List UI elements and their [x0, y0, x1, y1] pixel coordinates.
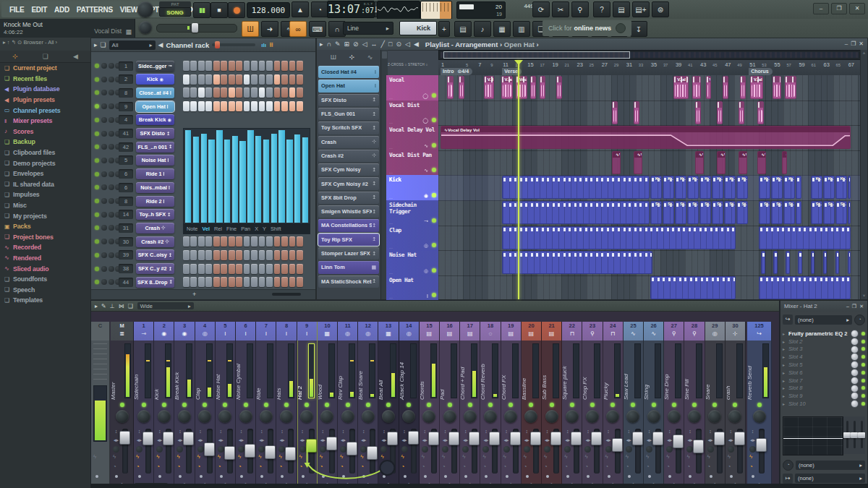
- menu-patterns[interactable]: PATTERNS: [77, 6, 113, 14]
- track-led[interactable]: [432, 93, 436, 98]
- step-cell[interactable]: [229, 277, 235, 287]
- slot-mix-knob[interactable]: [851, 346, 859, 354]
- mixer-strip-reverb-send[interactable]: 125↪Reverb Send↕◂▸ϟ◔ˆ▲: [747, 322, 772, 488]
- step-cell[interactable]: [251, 61, 258, 71]
- browser-item-envelopes[interactable]: ❏Envelopes: [0, 168, 90, 179]
- clip-V..al[interactable]: V..al: [501, 76, 513, 99]
- step-cell[interactable]: [289, 250, 296, 260]
- sep-icon[interactable]: ◂▸: [605, 436, 613, 445]
- step-cell[interactable]: [244, 250, 250, 260]
- browser-tab-plus-icon[interactable]: ⊹: [12, 53, 18, 60]
- strip-led[interactable]: [325, 403, 329, 407]
- clip-segment[interactable]: [811, 251, 815, 274]
- mini-knob[interactable]: [666, 446, 673, 453]
- time-dropdown[interactable]: (none)▸: [796, 461, 865, 470]
- pan-icon[interactable]: ↕: [686, 427, 694, 436]
- step-cell[interactable]: [183, 101, 190, 111]
- shuffle-knob[interactable]: [139, 21, 152, 34]
- strip-knob[interactable]: [300, 410, 313, 423]
- clip-segment[interactable]: [723, 76, 728, 99]
- strip-knob[interactable]: [178, 410, 191, 423]
- fader-handle[interactable]: [244, 444, 255, 458]
- strip-led[interactable]: [407, 403, 411, 407]
- strip-knob[interactable]: [586, 410, 599, 423]
- channel-button[interactable]: Toy..h SFX↥: [136, 209, 174, 220]
- step-cell[interactable]: [274, 264, 281, 274]
- fader-handle[interactable]: [510, 432, 521, 445]
- fader-handle[interactable]: [734, 432, 745, 445]
- restore-button[interactable]: ❐: [831, 3, 847, 14]
- strip-knob[interactable]: [647, 410, 660, 423]
- cut-tool-icon[interactable]: ✂: [552, 1, 569, 17]
- picker-item-fls-gun-001[interactable]: FLS_Gun 001↥: [318, 108, 379, 120]
- save-icon[interactable]: ▤: [613, 1, 630, 17]
- restore-button[interactable]: ❐: [851, 40, 856, 47]
- strip-knob[interactable]: [443, 410, 456, 423]
- strip-led[interactable]: [305, 403, 309, 407]
- step-cell[interactable]: [183, 264, 190, 274]
- pan-icon[interactable]: ↕: [359, 427, 367, 436]
- pan-knob[interactable]: [109, 158, 114, 163]
- fx-plug-icon[interactable]: ϟ: [707, 453, 710, 460]
- strip-led[interactable]: [712, 403, 717, 407]
- step-cell[interactable]: [190, 264, 197, 274]
- strip-knob[interactable]: [402, 410, 415, 423]
- pattern-selector[interactable]: Kick: [399, 21, 437, 35]
- browser-item-impulses[interactable]: ❏Impulses: [0, 189, 90, 200]
- detached-icon[interactable]: ⊥: [110, 303, 115, 309]
- track-header-vocal-dist-pan[interactable]: Vocal Dist Pan...∿: [386, 150, 438, 176]
- clip-segment[interactable]: [796, 201, 801, 224]
- clip-K..[interactable]: K..: [699, 176, 711, 199]
- strip-led[interactable]: [264, 403, 268, 407]
- pan-knob[interactable]: [109, 171, 114, 177]
- mute-knob[interactable]: [101, 212, 107, 218]
- mini-knob[interactable]: [113, 446, 119, 453]
- fader-handle[interactable]: [448, 432, 459, 445]
- magnet-snap-icon[interactable]: ∩: [327, 40, 331, 48]
- step-cell[interactable]: [221, 250, 227, 260]
- fx-plug-icon[interactable]: ϟ: [422, 453, 425, 460]
- step-cell[interactable]: [236, 277, 242, 287]
- browser-item-my-projects[interactable]: ❏My projects: [0, 210, 90, 221]
- channel-button[interactable]: Ride 2I: [136, 196, 174, 207]
- strip-header[interactable]: 19▤: [501, 322, 521, 341]
- fx-plug-icon[interactable]: ϟ: [238, 453, 241, 460]
- mute-knob[interactable]: [101, 103, 107, 109]
- strip-meter[interactable]: [736, 343, 743, 398]
- mixer-strip-snare[interactable]: 29◎Snare↕◂▸ϟ◔ˆ▲: [705, 322, 726, 488]
- channel-led[interactable]: [95, 145, 99, 149]
- browser-item-soundfonts[interactable]: ❏Soundfonts: [0, 274, 90, 285]
- step-cell[interactable]: [289, 87, 296, 98]
- slot-mix-knob[interactable]: [851, 377, 859, 385]
- strip-meter[interactable]: [696, 343, 702, 398]
- effect-slot-5[interactable]: ▸Slot 5: [783, 361, 865, 369]
- slot-mix-knob[interactable]: [851, 361, 859, 369]
- fx-plug-icon[interactable]: ϟ: [544, 453, 547, 460]
- mini-knob[interactable]: [340, 446, 346, 453]
- slot-enable-led[interactable]: [861, 347, 865, 351]
- browser-item-mixer-presets[interactable]: ‖Mixer presets: [0, 116, 90, 127]
- clock-icon[interactable]: ◔: [278, 463, 282, 470]
- effect-slot-1[interactable]: ▸Fruity parametric EQ 2: [783, 330, 865, 338]
- step-cell[interactable]: [259, 87, 265, 98]
- step-cell[interactable]: [213, 264, 220, 274]
- clip-Si..[interactable]: Si..: [759, 201, 770, 224]
- step-cell[interactable]: [190, 101, 197, 111]
- strip-led[interactable]: [488, 403, 493, 407]
- slot-enable-led[interactable]: [861, 386, 865, 390]
- fader-handle[interactable]: [693, 440, 704, 453]
- strip-header[interactable]: 2◉: [154, 322, 174, 341]
- pan-knob[interactable]: [109, 252, 114, 258]
- step-cell[interactable]: [266, 87, 273, 98]
- browser-tab-plugins-icon[interactable]: ◀: [73, 53, 78, 60]
- mixer-strip-chord-reverb[interactable]: 18◌Chord Reverb↕◂▸ϟ◔ˆ▲: [480, 322, 501, 488]
- slot-enable-led[interactable]: [861, 402, 865, 406]
- strip-led[interactable]: [244, 403, 248, 407]
- browser-item-channel-presets[interactable]: ▭Channel presets: [0, 105, 90, 116]
- strip-header[interactable]: 17▤: [460, 322, 480, 341]
- picker-item-linn-tom[interactable]: Linn Tom▦: [318, 261, 379, 273]
- input-source-icon[interactable]: ↪: [783, 314, 793, 325]
- clip-Si..[interactable]: Si..: [811, 201, 822, 224]
- pan-icon[interactable]: ↕: [605, 427, 613, 436]
- rack-hscrollbar[interactable]: [272, 293, 301, 296]
